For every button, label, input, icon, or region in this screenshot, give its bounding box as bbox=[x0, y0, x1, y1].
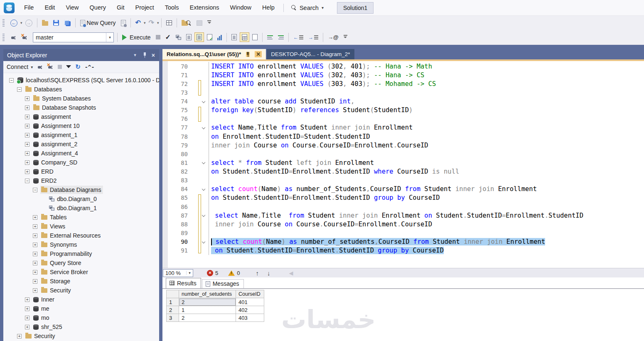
tree-row-23[interactable]: +Security bbox=[3, 286, 159, 295]
menu-item-project[interactable]: Project bbox=[130, 0, 160, 15]
results-to-grid-button[interactable] bbox=[240, 32, 249, 42]
expand-icon[interactable]: + bbox=[33, 252, 37, 256]
code-line-71[interactable]: 71INSERT INTO enrollment VALUES (302, 40… bbox=[162, 71, 644, 79]
expand-icon[interactable]: + bbox=[33, 270, 37, 275]
tree-item[interactable]: Programmability bbox=[40, 250, 93, 258]
close-icon[interactable]: × bbox=[152, 52, 155, 59]
tree-row-24[interactable]: +Inner bbox=[3, 295, 159, 304]
grid-row-2[interactable]: 32403 bbox=[167, 314, 264, 322]
error-badge[interactable]: ✕ 5 bbox=[207, 270, 218, 276]
tree-item[interactable]: Synonyms bbox=[40, 240, 79, 249]
parse-button[interactable]: ✓ bbox=[163, 32, 173, 43]
code-line-88[interactable]: 88 inner join Course on Course.CourseID=… bbox=[162, 220, 644, 228]
grid-column-header[interactable]: CourseID bbox=[236, 290, 264, 298]
menu-item-help[interactable]: Help bbox=[257, 0, 280, 15]
search-control[interactable]: Search ▾ bbox=[287, 5, 328, 11]
grid-cell[interactable]: 401 bbox=[236, 298, 264, 306]
tree-row-26[interactable]: +mo bbox=[3, 313, 159, 322]
tree-row-27[interactable]: +shr_525 bbox=[3, 322, 159, 331]
menu-item-extensions[interactable]: Extensions bbox=[184, 0, 225, 15]
collapse-icon[interactable]: − bbox=[25, 179, 29, 183]
refresh-icon[interactable]: ↻ bbox=[75, 63, 81, 71]
tree-item[interactable]: System Databases bbox=[32, 94, 93, 103]
tree-row-22[interactable]: +Storage bbox=[3, 277, 159, 286]
tree-row-18[interactable]: +Synonyms bbox=[3, 240, 159, 249]
back-dropdown-caret[interactable]: ▾ bbox=[20, 21, 23, 25]
expand-icon[interactable]: + bbox=[25, 133, 29, 137]
toolbar-overflow-button[interactable] bbox=[207, 20, 211, 25]
tab-results[interactable]: Results bbox=[166, 278, 201, 288]
tree-item[interactable]: assignment bbox=[32, 113, 73, 121]
tree-item[interactable]: Security bbox=[40, 286, 73, 294]
expand-icon[interactable]: + bbox=[25, 297, 29, 302]
code-line-76[interactable]: 76 bbox=[162, 115, 644, 123]
tree-row-4[interactable]: +assignment bbox=[3, 112, 159, 121]
grid-corner-cell[interactable] bbox=[167, 290, 179, 298]
grid-cell[interactable]: 402 bbox=[236, 306, 264, 314]
tree-item[interactable]: External Resources bbox=[40, 231, 102, 240]
code-line-73[interactable]: 73 bbox=[162, 88, 644, 97]
redo-button[interactable]: ↷ bbox=[147, 18, 156, 28]
code-line-79[interactable]: 79inner join Course on Course.CourseID=E… bbox=[162, 141, 644, 150]
code-line-87[interactable]: 87 select Name,Title from Student inner … bbox=[162, 211, 644, 220]
expand-icon[interactable]: + bbox=[17, 334, 22, 339]
actual-plan-button[interactable]: ✓ bbox=[205, 32, 214, 42]
connect-dropdown[interactable]: Connect ▾ bbox=[7, 64, 33, 70]
estimated-plan-button[interactable] bbox=[174, 33, 183, 42]
tree-row-5[interactable]: +Assignment 10 bbox=[3, 121, 159, 130]
warning-badge[interactable]: 0 bbox=[228, 270, 240, 276]
grid-cell[interactable]: 2 bbox=[179, 298, 236, 306]
tree-row-28[interactable]: +Security bbox=[3, 331, 159, 341]
tree-row-11[interactable]: −ERD2 bbox=[3, 176, 159, 185]
code-line-70[interactable]: 70INSERT INTO enrollment VALUES (302, 40… bbox=[162, 62, 644, 71]
results-to-file-button[interactable] bbox=[250, 32, 260, 42]
tree-item[interactable]: Inner bbox=[32, 295, 56, 304]
tree-item[interactable]: dbo.Diagram_0 bbox=[48, 195, 98, 203]
tree-item[interactable]: Storage bbox=[40, 277, 72, 285]
code-line-86[interactable]: 86 bbox=[162, 202, 644, 211]
code-line-89[interactable]: 89 bbox=[162, 228, 644, 237]
grid-row-1[interactable]: 21402 bbox=[167, 306, 264, 314]
code-line-74[interactable]: 74alter table course add StudentID int, bbox=[162, 97, 644, 106]
query-options-button[interactable] bbox=[184, 32, 194, 42]
collapse-icon[interactable]: − bbox=[33, 188, 37, 192]
code-line-72[interactable]: 72INSERT INTO enrollment VALUES (303, 40… bbox=[162, 79, 644, 88]
tree-item[interactable]: Assignment_4 bbox=[32, 149, 80, 157]
code-line-84[interactable]: 84select count(Name) as number_of_Studen… bbox=[162, 185, 644, 194]
save-all-button[interactable] bbox=[62, 18, 73, 28]
tree-row-12[interactable]: −Database Diagrams bbox=[3, 185, 159, 194]
collapse-icon[interactable]: − bbox=[9, 78, 14, 83]
tree-item[interactable]: me bbox=[32, 304, 51, 313]
document-tab-0[interactable]: Relations.sq...Q1\user (55))*✕ bbox=[162, 49, 266, 59]
collapse-chevron-icon[interactable] bbox=[202, 161, 205, 164]
client-statistics-button[interactable] bbox=[215, 33, 224, 42]
expand-icon[interactable]: + bbox=[25, 316, 29, 320]
tree-row-21[interactable]: +Service Broker bbox=[3, 267, 159, 277]
code-line-81[interactable]: 81select * from Student left join Enroll… bbox=[162, 158, 644, 167]
expand-icon[interactable]: + bbox=[33, 233, 37, 238]
code-line-83[interactable]: 83 bbox=[162, 176, 644, 185]
toolbar-overflow-button[interactable] bbox=[344, 35, 347, 40]
collapse-chevron-icon[interactable] bbox=[202, 240, 205, 243]
grid-row-header[interactable]: 2 bbox=[167, 306, 179, 314]
close-icon[interactable]: ✕ bbox=[255, 51, 262, 57]
tree-item[interactable]: ERD2 bbox=[32, 177, 58, 185]
tree-item[interactable]: Security bbox=[25, 332, 57, 340]
tree-item[interactable]: Database Snapshots bbox=[32, 103, 98, 112]
object-explorer-titlebar[interactable]: Object Explorer ▾ × bbox=[3, 49, 159, 61]
connect-database-button[interactable] bbox=[8, 33, 19, 42]
nav-forward-button[interactable]: → bbox=[23, 18, 34, 28]
new-query-button[interactable]: New Query bbox=[78, 18, 118, 28]
tree-row-3[interactable]: +Database Snapshots bbox=[3, 103, 159, 112]
code-line-77[interactable]: 77select Name,Title from Student inner j… bbox=[162, 123, 644, 132]
decrease-indent-button[interactable]: ← bbox=[291, 33, 305, 42]
code-line-75[interactable]: 75foreign key(StudentID) references Stud… bbox=[162, 106, 644, 115]
tree-row-13[interactable]: dbo.Diagram_0 bbox=[3, 194, 159, 204]
expand-icon[interactable]: + bbox=[33, 224, 37, 229]
table-designer-button[interactable] bbox=[164, 19, 174, 27]
tree-row-7[interactable]: +assignment_2 bbox=[3, 140, 159, 149]
expand-icon[interactable]: + bbox=[25, 307, 29, 311]
object-explorer-details-button[interactable] bbox=[179, 18, 194, 27]
results-grid[interactable]: number_of_setudentsCourseID1240121402324… bbox=[166, 290, 264, 322]
redo-dropdown-caret[interactable]: ▾ bbox=[157, 21, 160, 25]
